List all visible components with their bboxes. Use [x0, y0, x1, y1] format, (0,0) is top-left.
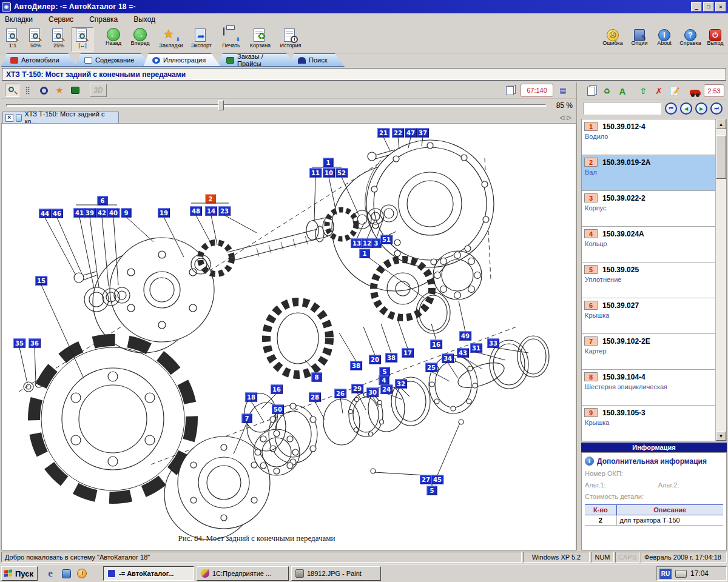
part-callout-42[interactable]: 42 [96, 209, 108, 218]
back-button[interactable]: ← Назад [102, 27, 125, 52]
part-callout-11[interactable]: 11 [309, 169, 322, 178]
part-callout-43[interactable]: 43 [457, 349, 469, 358]
part-callout-14[interactable]: 14 [205, 207, 217, 216]
part-row-9[interactable]: 9150.39.105-3Крышка [582, 406, 715, 441]
delete-button[interactable]: ✗ [652, 84, 666, 98]
start-button[interactable]: Пуск [1, 566, 38, 581]
part-row-1[interactable]: 1150.39.012-4Водило [582, 119, 715, 155]
zoom-25-button[interactable]: 25% [49, 27, 69, 52]
tab-contents[interactable]: Содержание [75, 53, 150, 67]
part-callout-50[interactable]: 50 [272, 405, 284, 414]
part-callout-49[interactable]: 49 [459, 332, 471, 341]
part-callout-30[interactable]: 30 [366, 388, 379, 397]
part-callout-1[interactable]: 1 [323, 158, 334, 167]
next-item-button[interactable]: ▶ [695, 102, 707, 115]
viewer-camera-button[interactable] [68, 84, 83, 97]
parts-scrollbar[interactable]: ▲ ▼ [715, 119, 726, 441]
part-callout-44[interactable]: 44 [39, 209, 51, 218]
part-callout-9[interactable]: 9 [121, 209, 132, 218]
part-callout-5[interactable]: 5 [427, 486, 437, 495]
tab-search[interactable]: Поиск [289, 53, 345, 67]
part-callout-17[interactable]: 17 [402, 349, 414, 358]
part-callout-7[interactable]: 7 [242, 414, 252, 423]
part-callout-24[interactable]: 24 [380, 385, 393, 394]
about-button[interactable]: i About [653, 27, 676, 52]
part-callout-52[interactable]: 52 [335, 169, 348, 178]
upload-button[interactable]: ⇧ [636, 84, 650, 98]
exit-button[interactable]: ⏻ Выход [704, 27, 727, 52]
part-callout-26[interactable]: 26 [334, 389, 346, 398]
viewer-3d-button[interactable]: 3D [90, 84, 107, 97]
part-callout-46[interactable]: 46 [51, 209, 63, 218]
part-callout-45[interactable]: 45 [431, 475, 443, 484]
part-row-6[interactable]: 6150.39.027Крышка [582, 298, 715, 334]
print-button[interactable]: ⬇ Печать [218, 27, 244, 52]
part-callout-32[interactable]: 32 [395, 380, 407, 389]
scroll-up-icon[interactable]: ▲ [716, 119, 726, 129]
viewer-star-button[interactable]: ★ [52, 84, 67, 97]
part-callout-27[interactable]: 27 [420, 475, 432, 484]
part-callout-19[interactable]: 19 [158, 209, 170, 218]
minimize-button[interactable]: _ [691, 2, 702, 12]
part-callout-47[interactable]: 47 [405, 129, 417, 138]
document-tab[interactable]: ✕ ХТЗ Т-150: Мост задний с ко... [2, 112, 119, 123]
part-row-3[interactable]: 3150.39.022-2Корпус [582, 191, 715, 227]
tab-illustration[interactable]: Иллюстрация [143, 53, 221, 67]
part-callout-20[interactable]: 20 [369, 355, 381, 364]
forward-button[interactable]: → Вперед [127, 27, 153, 52]
part-callout-21[interactable]: 21 [377, 129, 389, 138]
error-button[interactable]: ☹ Ошибка [599, 27, 626, 52]
first-item-button[interactable]: ⏮ [665, 102, 677, 115]
part-row-2[interactable]: 2150.39.019-2AВал [582, 155, 715, 191]
language-indicator[interactable]: RU [659, 569, 672, 579]
part-callout-8[interactable]: 8 [312, 373, 322, 382]
part-callout-31[interactable]: 31 [470, 344, 482, 353]
pages-button[interactable] [502, 84, 517, 97]
part-callout-35[interactable]: 35 [13, 339, 25, 348]
part-callout-38[interactable]: 38 [385, 353, 397, 363]
part-callout-10[interactable]: 10 [323, 169, 335, 178]
font-button[interactable]: A [615, 84, 630, 98]
viewer-zoom-button[interactable] [5, 84, 19, 97]
quicklaunch-clock[interactable] [75, 567, 89, 580]
zoom-slider-track[interactable] [6, 104, 546, 107]
part-callout-51[interactable]: 51 [380, 235, 393, 244]
part-callout-48[interactable]: 48 [190, 207, 202, 216]
restore-button[interactable]: ❐ [703, 2, 714, 12]
part-row-5[interactable]: 5150.39.025Уплотнение [582, 263, 715, 298]
part-callout-23[interactable]: 23 [218, 207, 231, 216]
menu-tabs[interactable]: Вкладки [5, 15, 33, 24]
options-button[interactable]: Опции [627, 27, 652, 52]
scroll-thumb[interactable] [716, 135, 726, 179]
car-button[interactable] [688, 84, 703, 98]
quicklaunch-ie[interactable]: e [44, 567, 57, 580]
part-callout-36[interactable]: 36 [29, 339, 41, 348]
part-callout-15[interactable]: 15 [35, 276, 47, 286]
part-callout-39[interactable]: 39 [84, 209, 96, 218]
viewer-ring-button[interactable] [36, 84, 51, 97]
panel-splitter[interactable] [576, 82, 581, 550]
history-button[interactable]: История [277, 27, 305, 52]
part-callout-18[interactable]: 18 [245, 393, 257, 402]
close-doc-icon[interactable]: ✕ [5, 114, 13, 122]
part-callout-16[interactable]: 16 [271, 385, 283, 394]
part-callout-28[interactable]: 28 [309, 393, 321, 402]
menu-help[interactable]: Справка [89, 15, 118, 24]
tab-orders-prices[interactable]: Заказы / Прайсы [217, 53, 296, 67]
last-item-button[interactable]: ⏭ [710, 102, 723, 115]
menu-exit[interactable]: Выход [133, 15, 155, 24]
part-callout-40[interactable]: 40 [107, 209, 120, 218]
tab-automobiles[interactable]: Автомобили [1, 53, 78, 67]
part-callout-4[interactable]: 4 [379, 376, 389, 385]
search-input[interactable] [584, 102, 661, 115]
task-1c[interactable]: 1С:Предприятие ... [197, 566, 289, 581]
edit-button[interactable]: 📝 [667, 84, 682, 98]
part-callout-38[interactable]: 38 [350, 361, 362, 370]
part-row-7[interactable]: 7150.39.102-2EКартер [582, 334, 715, 370]
scroll-down-icon[interactable]: ▼ [716, 431, 726, 441]
menu-service[interactable]: Сервис [49, 15, 73, 24]
quicklaunch-messenger[interactable] [59, 567, 73, 580]
help-button[interactable]: ? Справка [677, 27, 704, 52]
part-callout-25[interactable]: 25 [425, 363, 437, 372]
task-paint[interactable]: 18912.JPG - Paint [291, 566, 381, 581]
